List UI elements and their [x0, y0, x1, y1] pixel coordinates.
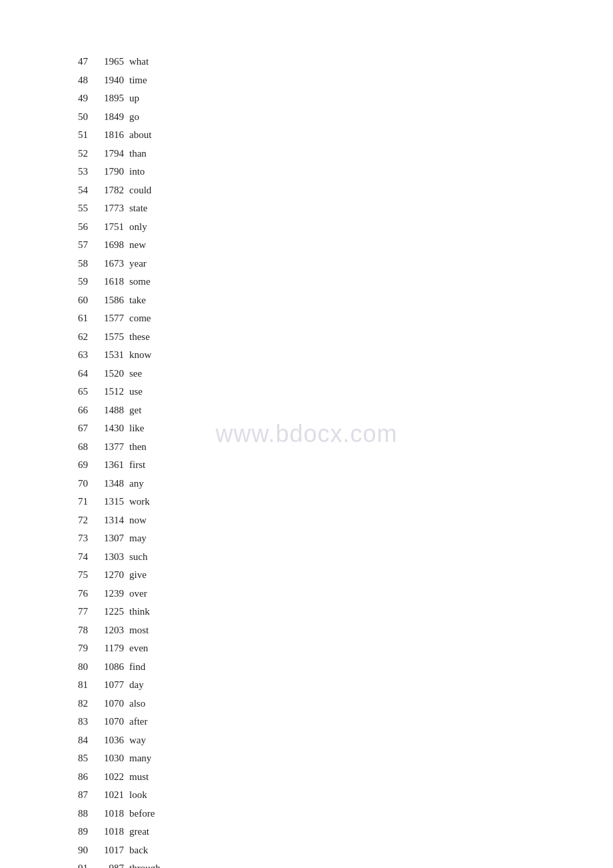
item-word: could	[129, 182, 151, 199]
list-item: 871021look	[67, 787, 546, 804]
item-word: only	[129, 219, 147, 236]
item-freq: 1895	[92, 90, 124, 107]
item-rank: 70	[67, 475, 88, 493]
item-rank: 79	[67, 640, 88, 657]
list-item: 801086find	[67, 659, 546, 676]
list-item: 791179even	[67, 640, 546, 657]
item-rank: 56	[67, 219, 88, 236]
item-rank: 64	[67, 365, 88, 383]
list-item: 531790into	[67, 163, 546, 181]
list-item: 641520see	[67, 365, 546, 383]
list-item: 841036way	[67, 732, 546, 749]
item-freq: 1586	[92, 292, 124, 309]
item-rank: 75	[67, 567, 88, 584]
list-item: 701348any	[67, 475, 546, 493]
item-rank: 65	[67, 383, 88, 401]
item-freq: 1430	[92, 420, 124, 437]
item-rank: 47	[67, 53, 88, 71]
item-word: year	[129, 255, 147, 273]
list-item: 551773state	[67, 200, 546, 217]
item-word: use	[129, 383, 143, 401]
item-freq: 1070	[92, 695, 124, 713]
item-rank: 51	[67, 127, 88, 144]
item-rank: 84	[67, 732, 88, 749]
item-word: many	[129, 750, 151, 767]
item-freq: 1225	[92, 603, 124, 621]
item-freq: 1575	[92, 329, 124, 346]
item-word: state	[129, 200, 148, 217]
item-word: through	[129, 860, 161, 868]
item-word: like	[129, 420, 145, 437]
list-item: 681377then	[67, 439, 546, 456]
item-freq: 1531	[92, 347, 124, 364]
item-rank: 67	[67, 420, 88, 437]
item-rank: 77	[67, 603, 88, 621]
list-item: 571698new	[67, 237, 546, 254]
list-item: 561751only	[67, 219, 546, 236]
item-word: go	[129, 109, 139, 126]
list-item: 751270give	[67, 567, 546, 584]
item-freq: 1307	[92, 530, 124, 547]
list-item: 781203most	[67, 622, 546, 639]
item-rank: 53	[67, 163, 88, 181]
item-freq: 1070	[92, 713, 124, 731]
list-item: 521794than	[67, 145, 546, 163]
word-frequency-list: 471965what481940time491895up501849go5118…	[67, 53, 546, 868]
item-rank: 69	[67, 457, 88, 474]
item-word: up	[129, 90, 139, 107]
item-rank: 71	[67, 493, 88, 511]
list-item: 541782could	[67, 182, 546, 199]
list-item: 881018before	[67, 805, 546, 823]
item-word: any	[129, 475, 144, 493]
item-freq: 1239	[92, 585, 124, 603]
item-word: way	[129, 732, 146, 749]
list-item: 661488get	[67, 402, 546, 419]
item-word: new	[129, 237, 146, 254]
item-freq: 1018	[92, 805, 124, 823]
item-rank: 60	[67, 292, 88, 309]
list-item: 481940time	[67, 72, 546, 89]
item-word: over	[129, 585, 147, 603]
list-item: 771225think	[67, 603, 546, 621]
item-word: even	[129, 640, 148, 657]
item-word: great	[129, 823, 149, 841]
item-rank: 68	[67, 439, 88, 456]
list-item: 731307may	[67, 530, 546, 547]
item-rank: 87	[67, 787, 88, 804]
item-freq: 1303	[92, 549, 124, 566]
item-freq: 1940	[92, 72, 124, 89]
item-word: into	[129, 163, 145, 181]
list-item: 671430like	[67, 420, 546, 437]
item-word: give	[129, 567, 147, 584]
item-freq: 1377	[92, 439, 124, 456]
item-freq: 1488	[92, 402, 124, 419]
item-rank: 74	[67, 549, 88, 566]
item-rank: 83	[67, 713, 88, 731]
list-item: 621575these	[67, 329, 546, 346]
item-word: think	[129, 603, 150, 621]
item-freq: 1816	[92, 127, 124, 144]
item-freq: 1790	[92, 163, 124, 181]
item-word: may	[129, 530, 147, 547]
item-rank: 81	[67, 677, 88, 694]
item-rank: 78	[67, 622, 88, 639]
item-word: first	[129, 457, 145, 474]
item-freq: 1314	[92, 512, 124, 529]
item-word: before	[129, 805, 155, 823]
item-freq: 1965	[92, 53, 124, 71]
item-rank: 59	[67, 273, 88, 291]
item-rank: 55	[67, 200, 88, 217]
item-word: take	[129, 292, 146, 309]
item-freq: 1348	[92, 475, 124, 493]
list-item: 691361first	[67, 457, 546, 474]
item-freq: 1022	[92, 769, 124, 786]
list-item: 601586take	[67, 292, 546, 309]
item-rank: 63	[67, 347, 88, 364]
list-item: 491895up	[67, 90, 546, 107]
item-word: such	[129, 549, 148, 566]
item-word: what	[129, 53, 149, 71]
list-item: 651512use	[67, 383, 546, 401]
item-word: work	[129, 493, 150, 511]
list-item: 831070after	[67, 713, 546, 731]
list-item: 581673year	[67, 255, 546, 273]
